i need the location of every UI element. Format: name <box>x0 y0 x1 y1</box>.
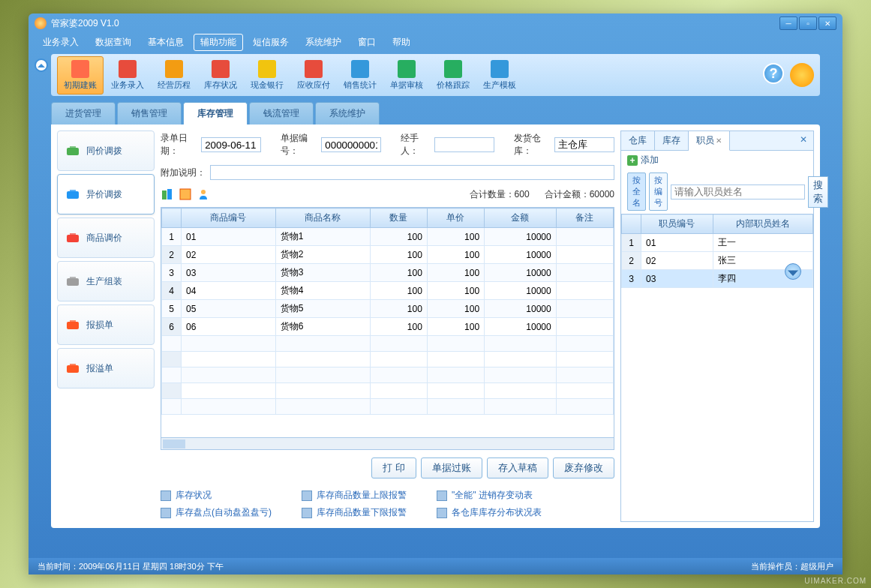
person-icon[interactable] <box>197 188 210 201</box>
titlebar[interactable]: 管家婆2009 V1.0 ─ ▫ ✕ <box>29 14 842 33</box>
add-label: 添加 <box>641 154 659 166</box>
doc-input[interactable] <box>321 137 381 152</box>
middle-pane: 录单日期： 单据编号： 经手人： 发货仓库： 附加说明： 合计数量：600 合 <box>161 130 614 522</box>
brand-icon[interactable] <box>790 63 814 87</box>
nav-报损单[interactable]: 报损单 <box>57 304 155 345</box>
maximize-button[interactable]: ▫ <box>799 16 817 30</box>
app-icon <box>35 17 47 29</box>
menu-业务录入[interactable]: 业务录入 <box>36 34 86 51</box>
close-button[interactable]: ✕ <box>818 16 836 30</box>
nav-报溢单[interactable]: 报溢单 <box>57 348 155 388</box>
tool-应收应付[interactable]: 应收应付 <box>291 57 336 94</box>
link-item[interactable]: "全能" 进销存变动表 <box>437 489 542 502</box>
menu-帮助[interactable]: 帮助 <box>386 34 417 51</box>
nav-icon <box>65 187 80 202</box>
grid-icon[interactable] <box>179 188 192 201</box>
menu-数据查询[interactable]: 数据查询 <box>89 34 138 51</box>
minimize-button[interactable]: ─ <box>779 16 797 30</box>
tab-钱流管理[interactable]: 钱流管理 <box>249 102 314 124</box>
post-button[interactable]: 单据过账 <box>421 458 482 478</box>
tool-单据审核[interactable]: 单据审核 <box>384 57 429 94</box>
note-label: 附加说明： <box>161 166 206 179</box>
print-button[interactable]: 打 印 <box>371 458 416 478</box>
tool-价格跟踪[interactable]: 价格跟踪 <box>431 57 476 94</box>
sum-amt: 合计金额：60000 <box>545 188 614 201</box>
warehouse-input[interactable] <box>554 137 614 152</box>
tool-经营历程[interactable]: 经营历程 <box>152 57 197 94</box>
right-panel: ✕ 仓库库存职员 ✕ + 添加 按全名 按编号 搜索 职员编号内部职员姓名101… <box>620 130 814 522</box>
nav-异价调拨[interactable]: 异价调拨 <box>57 174 155 214</box>
tool-业务录入[interactable]: 业务录入 <box>105 57 150 94</box>
rtab-库存[interactable]: 库存 <box>655 131 689 150</box>
main-toolbar: 初期建账业务录入经营历程库存状况现金银行应收应付销售统计单据审核价格跟踪生产模板… <box>51 54 820 96</box>
table-row[interactable] <box>162 399 614 415</box>
nav-icon <box>65 274 80 289</box>
link-item[interactable]: 各仓库库存分布状况表 <box>437 506 542 519</box>
table-row[interactable]: 101王一 <box>622 234 813 252</box>
sidebar-toggle-icon[interactable] <box>35 58 48 72</box>
link-item[interactable]: 库存商品数量下限报警 <box>302 506 407 519</box>
summary: 合计数量：600 合计金额：60000 <box>470 188 614 201</box>
help-icon[interactable]: ? <box>763 63 784 84</box>
right-grid[interactable]: 职员编号内部职员姓名101王一202张三303李四 <box>621 214 813 521</box>
menu-系统维护[interactable]: 系统维护 <box>299 34 348 51</box>
tab-进货管理[interactable]: 进货管理 <box>51 102 116 124</box>
table-row[interactable]: 505货物510010010000 <box>162 300 614 318</box>
table-row[interactable] <box>162 352 614 368</box>
handler-input[interactable] <box>434 137 494 152</box>
tab-销售管理[interactable]: 销售管理 <box>117 102 182 124</box>
discard-button[interactable]: 废弃修改 <box>553 458 614 478</box>
search-button[interactable]: 搜索 <box>808 176 828 208</box>
warehouse-label: 发货仓库： <box>514 132 550 158</box>
table-row[interactable] <box>162 368 614 383</box>
tab-系统维护[interactable]: 系统维护 <box>315 102 380 124</box>
table-row[interactable]: 303货物310010010000 <box>162 264 614 282</box>
nav-生产组装[interactable]: 生产组装 <box>57 261 155 302</box>
link-icon <box>302 490 312 501</box>
action-buttons: 打 印 单据过账 存入草稿 废弃修改 <box>161 454 614 482</box>
draft-button[interactable]: 存入草稿 <box>487 458 548 478</box>
link-icon <box>437 508 447 518</box>
rtab-仓库[interactable]: 仓库 <box>621 131 655 150</box>
table-row[interactable]: 202货物210010010000 <box>162 246 614 264</box>
tool-初期建账[interactable]: 初期建账 <box>57 56 104 94</box>
tool-生产模板[interactable]: 生产模板 <box>477 57 522 94</box>
link-item[interactable]: 库存状况 <box>161 489 272 502</box>
app-window: 管家婆2009 V1.0 ─ ▫ ✕ 业务录入数据查询基本信息辅助功能短信服务系… <box>29 14 842 574</box>
svg-point-9 <box>201 190 206 194</box>
link-item[interactable]: 库存商品数量上限报警 <box>302 489 407 502</box>
tool-销售统计[interactable]: 销售统计 <box>338 57 383 94</box>
menu-窗口[interactable]: 窗口 <box>351 34 383 51</box>
tool-现金银行[interactable]: 现金银行 <box>245 57 290 94</box>
float-arrow-icon[interactable] <box>785 263 801 280</box>
link-item[interactable]: 库存盘点(自动盘盈盘亏) <box>161 506 272 519</box>
nav-商品调价[interactable]: 商品调价 <box>57 218 155 258</box>
panel-close-icon[interactable]: ✕ <box>800 134 810 145</box>
menu-短信服务[interactable]: 短信服务 <box>246 34 296 51</box>
table-row[interactable] <box>162 336 614 352</box>
table-row[interactable]: 404货物410010010000 <box>162 282 614 300</box>
building-icon[interactable] <box>161 188 174 201</box>
horizontal-scrollbar[interactable] <box>161 437 614 449</box>
rtab-职员[interactable]: 职员 ✕ <box>689 131 730 151</box>
menu-基本信息[interactable]: 基本信息 <box>141 34 191 51</box>
link-icon <box>437 490 447 501</box>
filter-fullname[interactable]: 按全名 <box>627 172 646 211</box>
nav-同价调拨[interactable]: 同价调拨 <box>57 130 155 171</box>
table-row[interactable]: 202张三 <box>622 252 813 270</box>
date-input[interactable] <box>201 137 261 152</box>
filter-code[interactable]: 按编号 <box>649 172 668 211</box>
search-input[interactable] <box>671 184 805 200</box>
tab-close-icon[interactable]: ✕ <box>716 136 722 145</box>
note-input[interactable] <box>210 165 614 180</box>
svg-rect-8 <box>180 189 191 200</box>
menu-辅助功能[interactable]: 辅助功能 <box>194 34 243 51</box>
table-row[interactable]: 101货物110010010000 <box>162 228 614 246</box>
tab-库存管理[interactable]: 库存管理 <box>183 102 248 124</box>
status-time: 当前时间：2009年06月11日 星期四 18时30分 下午 <box>38 561 224 572</box>
table-row[interactable]: 606货物610010010000 <box>162 318 614 336</box>
tool-库存状况[interactable]: 库存状况 <box>198 57 243 94</box>
table-row[interactable] <box>162 383 614 399</box>
main-grid[interactable]: 商品编号商品名称数量单价金额备注101货物110010010000202货物21… <box>161 207 614 450</box>
add-button[interactable]: + 添加 <box>621 151 813 170</box>
